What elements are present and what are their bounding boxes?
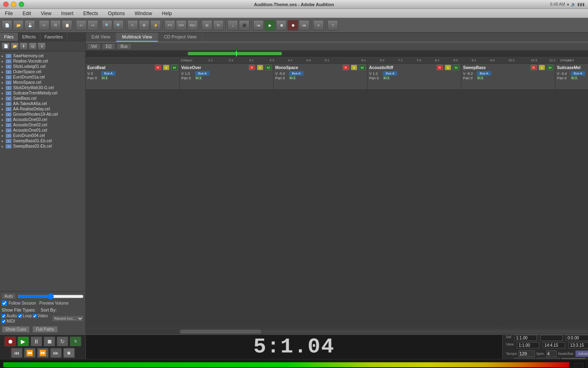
minimize-button[interactable] [11,2,16,7]
playhead-range[interactable] [188,52,282,55]
tb-help[interactable]: ? [327,20,338,31]
track-btn-mute-ms[interactable]: M [359,65,365,70]
menu-insert[interactable]: Insert [60,10,75,17]
type-midi-check[interactable] [2,319,6,323]
list-item[interactable]: ▸ ♪ AcousticOne03.cel [0,117,85,122]
track-btn-record-sb[interactable]: R [530,65,537,70]
preview-volume-slider[interactable] [18,294,84,298]
subtab-bus[interactable]: Bus [117,43,131,49]
track-btn-record-eurobeat[interactable]: R [155,65,161,70]
list-item[interactable]: ▸ ♪ SlickLudwig01.cel [0,64,85,69]
sel-end-input[interactable] [540,335,563,341]
beats-input[interactable] [546,350,557,357]
tb-move[interactable]: ✥ [139,20,149,31]
list-item[interactable]: ▸ ♪ OuterSpace.cel [0,69,85,74]
transport-stop[interactable]: ⏹ [44,337,55,346]
track-btn-solo-ar[interactable]: S [445,65,451,70]
menu-options[interactable]: Options [106,10,126,17]
tb-wet[interactable]: Wet [176,20,187,31]
menu-help[interactable]: Help [160,10,174,17]
track-btn-record-ar[interactable]: R [437,65,443,70]
tb-select[interactable]: ↖ [127,20,138,31]
tb-fx[interactable]: FX [165,20,175,31]
tab-favorites[interactable]: Favorites [40,33,67,41]
list-item[interactable]: ▸ ♪ SawHarmony.cel [0,53,85,58]
menu-view[interactable]: View [39,10,53,17]
track-btn-solo-eurobeat[interactable]: S [163,65,169,70]
tab-edit-view[interactable]: Edit View [86,33,116,42]
tb-copy[interactable]: ⧉ [50,20,61,31]
list-item[interactable]: ▸ ♪ AcousticOne02.cel [0,122,85,128]
tb-razor[interactable]: ⚡ [150,20,161,31]
view-end-input[interactable] [543,342,565,348]
menu-edit[interactable]: Edit [21,10,33,17]
list-item[interactable]: ▸ ♪ EuroDrum01a.cel [0,74,85,80]
transport-rewind[interactable]: ⏪ [24,348,36,358]
tb-zoom-in[interactable]: 🔍 [102,20,112,31]
transport-play[interactable]: ▶ [18,337,29,346]
list-item[interactable]: ▸ ♪ SweepBass01-Eb.cel [0,138,85,144]
fp-new[interactable]: 📄 [2,43,10,50]
tb-loop[interactable]: ↻ [213,20,224,31]
sort-select[interactable]: Recent Acc... Name Date [52,315,84,322]
show-cues-button[interactable]: Show Cues [2,326,30,333]
list-item[interactable]: ▸ ♪ SlickDirtyWah30-G.cel [0,85,85,90]
list-item[interactable]: ▸ ♪ AA-RealiseDelay.cel [0,106,85,112]
list-item[interactable]: ▸ ♪ Realise-Vocode.cel [0,58,85,64]
tb-bpm[interactable]: Bpm [187,20,198,31]
list-item[interactable]: ▸ ♪ AA-TakesAA6a.cel [0,101,85,106]
full-paths-button[interactable]: Full Paths [32,326,58,333]
scroll-thumb[interactable] [180,330,261,334]
list-item[interactable]: ▸ ♪ MonoSpace.cel [0,80,85,85]
track-btn-mute-vo[interactable]: M [265,65,272,70]
advanced-button[interactable]: Advanced... [575,350,588,357]
track-btn-solo-sb[interactable]: S [539,65,545,70]
subtab-vol[interactable]: Vol [87,43,100,49]
list-item[interactable]: ▸ ♪ EuroDrum004.cel [0,133,85,138]
fp-open[interactable]: 📂 [11,43,19,50]
transport-record[interactable]: ⏺ [4,337,16,346]
tb-save[interactable]: 💾 [24,20,35,31]
tb-ffwd[interactable]: ⏭ [299,20,310,31]
subtab-eq[interactable]: EQ [102,43,115,49]
tb-new[interactable]: 📄 [2,20,12,31]
tb-rewind[interactable]: ⏮ [253,20,264,31]
transport-loop[interactable]: ↻ [57,337,68,346]
tb-cut[interactable]: ✂ [39,20,49,31]
transport-pause[interactable]: ⏸ [31,337,42,346]
tb-snap[interactable]: ⊞ [202,20,212,31]
tb-punch[interactable]: ⚫ [239,20,249,31]
view-begin-input[interactable] [517,342,539,348]
tb-open[interactable]: 📂 [13,20,24,31]
list-item[interactable]: ▸ ♪ GrooveRhodes19-Ab.cel [0,112,85,117]
view-length-input[interactable] [568,342,588,348]
tb-paste[interactable]: 📋 [62,20,72,31]
tb-record[interactable]: ⏺ [287,20,298,31]
track-btn-mute-ar[interactable]: M [453,65,459,70]
tab-cd-project-view[interactable]: CD Project View [158,33,203,42]
fp-import[interactable]: ⬇ [20,43,28,50]
sel-begin-input[interactable] [514,335,537,341]
fp-info[interactable]: ℹ [38,43,46,50]
list-item[interactable]: ▸ ♪ SawBass.cel [0,96,85,101]
track-btn-solo-ms[interactable]: S [351,65,357,70]
tab-multitrack-view[interactable]: Multitrack View [116,33,158,42]
transport-go-to-end[interactable]: ↯ [70,337,81,346]
track-btn-record-vo[interactable]: R [249,65,255,70]
auto-button[interactable]: Auto [2,293,16,299]
tab-effects[interactable]: Effects [18,33,40,41]
track-btn-mute-sb[interactable]: M [547,65,553,70]
type-audio-check[interactable] [2,314,6,318]
list-item[interactable]: ▸ ♪ SweepBass02-Eb.cel [0,144,85,149]
track-btn-solo-vo[interactable]: S [257,65,263,70]
tb-zoom-out[interactable]: 🔍 [113,20,124,31]
maximize-button[interactable] [19,2,24,7]
menu-file[interactable]: File [3,10,14,17]
transport-gray[interactable]: ■ [63,348,75,358]
close-button[interactable] [3,2,9,7]
transport-ffwd[interactable]: ⏩ [37,348,49,358]
menu-effects[interactable]: Effects [82,10,100,17]
tb-mixer[interactable]: ≡ [313,20,324,31]
tb-undo[interactable]: ↩ [76,20,87,31]
sel-length-input[interactable] [566,335,588,341]
